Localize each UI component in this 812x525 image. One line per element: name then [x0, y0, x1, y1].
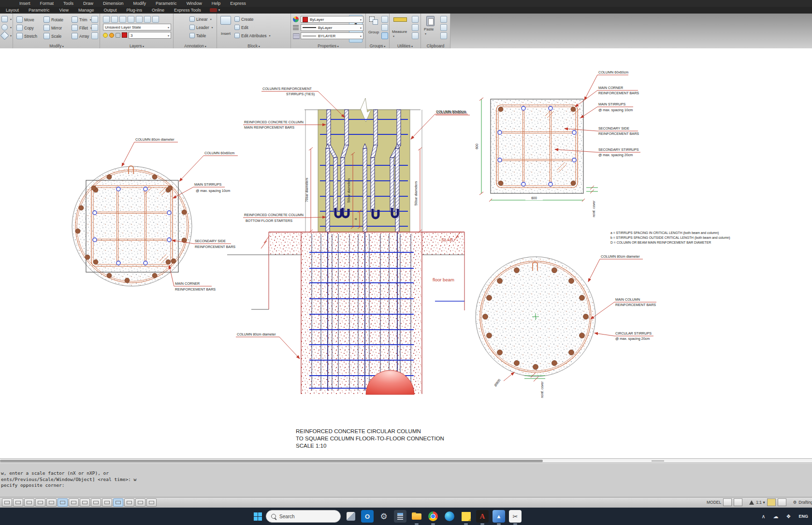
erase-button[interactable] — [91, 16, 98, 23]
chrome-icon[interactable] — [427, 510, 439, 523]
start-button[interactable] — [254, 512, 262, 521]
edge-icon[interactable] — [443, 510, 456, 523]
panel-title-clipboard[interactable]: Clipboard — [421, 44, 450, 48]
menu-dimension[interactable]: Dimension — [98, 1, 129, 6]
dynamic-ucs-toggle[interactable] — [80, 498, 90, 507]
dropbox-icon[interactable]: ❖ — [786, 513, 791, 520]
menu-plugins[interactable]: Plug-ins — [121, 8, 147, 13]
calculator-icon[interactable] — [394, 510, 406, 523]
model-space-button[interactable]: MODEL — [707, 500, 721, 505]
panel-title-properties[interactable]: Properties — [291, 44, 365, 48]
workspace-switcher[interactable]: Drafting & An — [798, 500, 812, 505]
layer-color-swatch[interactable] — [122, 32, 127, 38]
command-prompt-line[interactable]: pecify opposite corner: — [1, 482, 812, 489]
settings-icon[interactable]: ⚙ — [377, 510, 390, 523]
layer-state-icon[interactable] — [111, 16, 118, 23]
layer-off-icon[interactable] — [136, 16, 143, 23]
transparency-toggle[interactable] — [113, 498, 123, 507]
leader-button[interactable]: Leader▾ — [189, 25, 213, 30]
lineweight-toggle[interactable] — [102, 498, 112, 507]
polygon-tool-icon[interactable]: ▾ — [1, 32, 12, 39]
menu-layout[interactable]: Layout — [1, 8, 24, 13]
menu-draw[interactable]: Draw — [78, 1, 98, 6]
annotation-scale-value[interactable]: 1:1 ▾ — [756, 500, 765, 505]
onedrive-cloud-icon[interactable]: ☁ — [773, 513, 779, 520]
layer-properties-icon[interactable] — [103, 16, 110, 23]
layer-thaw-sun-icon[interactable] — [109, 33, 114, 38]
group-edit-button[interactable] — [381, 24, 388, 31]
rotate-button[interactable]: Rotate — [44, 16, 63, 23]
layer-on-bulb-icon[interactable] — [103, 33, 108, 38]
ungroup-button[interactable] — [381, 16, 388, 23]
menu-tools[interactable]: Tools — [58, 1, 78, 6]
menu-express-tools[interactable]: Express Tools — [169, 8, 206, 13]
menu-format[interactable]: Format — [35, 1, 59, 6]
scrollbar-thumb[interactable] — [0, 460, 543, 462]
dyn-input-toggle[interactable] — [91, 498, 101, 507]
lineweight-icon[interactable] — [293, 25, 299, 30]
insert-block-button[interactable]: Insert — [219, 16, 232, 36]
linear-dimension-button[interactable]: Linear▾ — [189, 16, 212, 22]
panel-title-utilities[interactable]: Utilities — [390, 44, 420, 48]
layer-unlock-icon[interactable] — [116, 33, 120, 38]
horizontal-scrollbar[interactable] — [0, 458, 812, 463]
menu-output[interactable]: Output — [99, 8, 121, 13]
cut-button[interactable] — [440, 16, 447, 23]
fillet-button[interactable]: Fillet▾ — [72, 25, 92, 31]
paste-button[interactable]: Paste ▾ — [424, 16, 436, 36]
menu-express[interactable]: Express — [225, 1, 251, 6]
color-wheel-icon[interactable] — [293, 16, 299, 22]
sticky-notes-icon[interactable] — [460, 510, 472, 523]
array-button[interactable]: Array▾ — [72, 33, 93, 39]
gridmode-toggle[interactable] — [24, 498, 34, 507]
tray-chevron-icon[interactable]: ∧ — [762, 513, 766, 520]
menu-help[interactable]: Help — [207, 1, 226, 6]
move-button[interactable]: Move — [16, 16, 34, 23]
edit-block-button[interactable]: Edit — [234, 25, 248, 30]
menu-parametric[interactable]: Parametric — [151, 1, 182, 6]
menu-modify[interactable]: Modify — [129, 1, 151, 6]
current-layer-dropdown[interactable]: 3 — [129, 32, 171, 39]
layer-state-dropdown[interactable]: Unsaved Layer State — [103, 24, 171, 30]
osnap-toggle[interactable] — [58, 498, 68, 507]
layer-lock-icon[interactable] — [144, 16, 151, 23]
command-line-panel[interactable]: w, enter a scale factor (nX or nXP), or … — [0, 463, 812, 497]
explode-button[interactable] — [91, 24, 98, 31]
group-button[interactable]: Group — [367, 16, 380, 34]
layer-freeze-icon[interactable] — [128, 16, 134, 23]
polar-toggle[interactable] — [46, 498, 57, 507]
autocad-icon[interactable]: A — [476, 510, 489, 523]
circle-tool-icon[interactable]: ▾ — [1, 24, 12, 30]
snap-toggle[interactable] — [2, 498, 12, 507]
quick-calc-button[interactable] — [412, 24, 419, 31]
autoscale-icon[interactable] — [778, 498, 786, 506]
panel-title-modify[interactable]: Modify — [14, 44, 100, 48]
measure-button[interactable]: Measure ▾ — [392, 17, 408, 38]
quick-properties-toggle[interactable] — [146, 498, 157, 507]
lineweight-dropdown[interactable]: ByLayer — [301, 24, 363, 31]
language-indicator[interactable]: ENG — [798, 514, 808, 519]
grid-toggle[interactable] — [13, 498, 23, 507]
otrack-toggle[interactable] — [69, 498, 79, 507]
photos-icon[interactable]: ▲ — [493, 510, 505, 523]
record-icon[interactable] — [210, 8, 217, 12]
ortho-toggle[interactable] — [35, 498, 45, 507]
panel-title-block[interactable]: Block — [217, 44, 290, 48]
group-select-toggle[interactable] — [381, 32, 388, 39]
menu-insert[interactable]: Insert — [14, 1, 35, 6]
selection-cycling-toggle[interactable] — [124, 498, 134, 507]
file-explorer-icon[interactable] — [410, 510, 423, 523]
drawing-canvas[interactable]: 70bar diameters 50bar diameters 50bar di… — [0, 48, 812, 458]
point-style-button[interactable] — [412, 32, 419, 39]
layer-match-icon[interactable] — [152, 16, 159, 23]
layer-isolate-icon[interactable] — [119, 16, 126, 23]
trim-button[interactable]: Trim▾ — [72, 16, 91, 23]
layout-tabs-icon[interactable] — [734, 498, 742, 506]
annotation-visibility-icon[interactable] — [767, 498, 776, 506]
outlook-icon[interactable]: O — [361, 510, 374, 523]
panel-title-groups[interactable]: Groups — [366, 44, 389, 48]
stretch-button[interactable]: Stretch — [16, 33, 37, 39]
panel-title-annotation[interactable]: Annotation — [174, 44, 217, 48]
edit-attributes-button[interactable]: Edit Attributes▾ — [234, 33, 270, 38]
quick-select-button[interactable] — [412, 16, 419, 23]
